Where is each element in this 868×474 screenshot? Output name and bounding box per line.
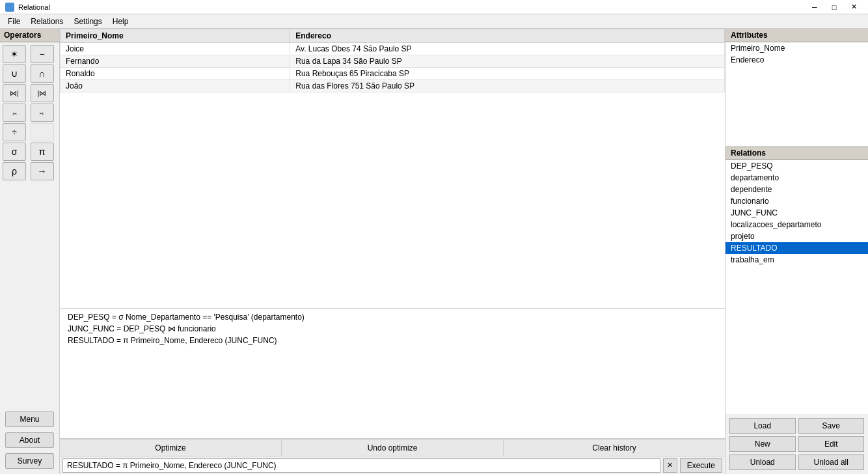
about-button[interactable]: About: [5, 432, 54, 448]
relation-item[interactable]: localizacoes_departameto: [726, 219, 868, 230]
relations-list[interactable]: DEP_PESQdepartamentodependentefuncionari…: [726, 160, 868, 414]
center-area: Primeiro_Nome Endereco JoiceAv. Lucas Ob…: [60, 29, 725, 474]
menu-settings[interactable]: Settings: [68, 16, 107, 27]
table-row: JoiceAv. Lucas Obes 74 São Paulo SP: [61, 43, 725, 55]
op-rename[interactable]: ρ: [3, 162, 26, 180]
query-input[interactable]: [62, 458, 660, 473]
attributes-section: Attributes Primeiro_NomeEndereco: [726, 29, 868, 146]
menu-button[interactable]: Menu: [5, 411, 54, 427]
new-button[interactable]: New: [729, 436, 796, 452]
operators-header: Operators: [0, 29, 59, 42]
relation-item[interactable]: projeto: [726, 230, 868, 242]
relation-item[interactable]: dependente: [726, 184, 868, 195]
maximize-button[interactable]: □: [825, 1, 843, 13]
op-intersection[interactable]: ∩: [31, 64, 54, 83]
menu-relations[interactable]: Relations: [25, 16, 68, 27]
attribute-item[interactable]: Primeiro_Nome: [726, 42, 868, 54]
result-table-container[interactable]: Primeiro_Nome Endereco JoiceAv. Lucas Ob…: [60, 29, 725, 309]
bottom-toolbar: Optimize Undo optimize Clear history: [60, 439, 725, 456]
unload-all-button[interactable]: Unload all: [798, 454, 865, 470]
main-layout: Operators ✶ − ∪ ∩ ⋈| |⋈ ⟕ ⟖ ÷ σ π ρ → Me…: [0, 29, 868, 474]
undo-optimize-button[interactable]: Undo optimize: [282, 439, 504, 456]
history-line[interactable]: DEP_PESQ = σ Nome_Departamento == 'Pesqu…: [65, 311, 720, 323]
op-right-outer-join[interactable]: ⟖: [31, 104, 54, 122]
op-arrow[interactable]: →: [31, 162, 54, 180]
query-bar: ✕ Execute: [60, 456, 725, 474]
table-row: RonaldoRua Rebouças 65 Piracicaba SP: [61, 68, 725, 80]
relation-item[interactable]: departamento: [726, 172, 868, 184]
window-controls: ─ □ ✕: [806, 1, 863, 13]
relation-item[interactable]: funcionario: [726, 195, 868, 207]
app-title: Relational: [18, 3, 806, 11]
op-cross-product[interactable]: ✶: [3, 45, 26, 63]
result-tbody: JoiceAv. Lucas Obes 74 São Paulo SPFerna…: [61, 43, 725, 92]
execute-button[interactable]: Execute: [680, 458, 722, 473]
survey-button[interactable]: Survey: [5, 453, 54, 469]
history-line[interactable]: JUNC_FUNC = DEP_PESQ ⋈ funcionario: [65, 323, 720, 335]
titlebar: Relational ─ □ ✕: [0, 0, 868, 14]
save-button[interactable]: Save: [798, 418, 865, 434]
op-project[interactable]: π: [31, 143, 54, 161]
minimize-button[interactable]: ─: [806, 1, 824, 13]
op-natural-join-r[interactable]: |⋈: [31, 84, 54, 102]
op-select[interactable]: σ: [3, 143, 26, 161]
right-bottom-buttons: Load Save New Edit Unload Unload all: [726, 414, 868, 474]
op-left-outer-join[interactable]: ⟕: [3, 104, 26, 122]
unload-button[interactable]: Unload: [729, 454, 796, 470]
table-row: JoãoRua das Flores 751 São Paulo SP: [61, 80, 725, 92]
operators-grid: ✶ − ∪ ∩ ⋈| |⋈ ⟕ ⟖ ÷ σ π ρ →: [0, 42, 59, 183]
relation-item[interactable]: JUNC_FUNC: [726, 207, 868, 219]
col-header-address: Endereco: [290, 29, 725, 43]
relation-item[interactable]: RESULTADO: [726, 242, 868, 254]
attributes-list: Primeiro_NomeEndereco: [726, 42, 868, 146]
menubar: File Relations Settings Help: [0, 14, 868, 29]
history-area[interactable]: DEP_PESQ = σ Nome_Departamento == 'Pesqu…: [60, 309, 725, 439]
relations-section: Relations DEP_PESQdepartamentodependente…: [726, 146, 868, 414]
attribute-item[interactable]: Endereco: [726, 54, 868, 66]
op-difference[interactable]: −: [31, 45, 54, 63]
relation-item[interactable]: DEP_PESQ: [726, 160, 868, 172]
col-header-firstname: Primeiro_Nome: [61, 29, 290, 43]
load-button[interactable]: Load: [729, 418, 796, 434]
clear-history-button[interactable]: Clear history: [504, 439, 725, 456]
optimize-button[interactable]: Optimize: [60, 439, 282, 456]
relation-item[interactable]: trabalha_em: [726, 254, 868, 266]
history-line[interactable]: RESULTADO = π Primeiro_Nome, Endereco (J…: [65, 335, 720, 346]
relations-header: Relations: [726, 146, 868, 160]
op-natural-join-l[interactable]: ⋈|: [3, 84, 26, 102]
table-row: FernandoRua da Lapa 34 São Paulo SP: [61, 55, 725, 68]
op-division[interactable]: ÷: [3, 123, 26, 141]
operators-bottom: Menu About Survey: [0, 183, 59, 474]
menu-help[interactable]: Help: [107, 16, 134, 27]
close-button[interactable]: ✕: [845, 1, 863, 13]
op-placeholder[interactable]: [31, 123, 54, 141]
menu-file[interactable]: File: [3, 16, 25, 27]
edit-button[interactable]: Edit: [798, 436, 865, 452]
right-panel: Attributes Primeiro_NomeEndereco Relatio…: [725, 29, 868, 474]
clear-query-button[interactable]: ✕: [663, 458, 677, 473]
operators-panel: Operators ✶ − ∪ ∩ ⋈| |⋈ ⟕ ⟖ ÷ σ π ρ → Me…: [0, 29, 60, 474]
app-icon: [5, 3, 14, 12]
result-table: Primeiro_Nome Endereco JoiceAv. Lucas Ob…: [60, 29, 725, 92]
op-union[interactable]: ∪: [3, 64, 26, 83]
attributes-header: Attributes: [726, 29, 868, 42]
